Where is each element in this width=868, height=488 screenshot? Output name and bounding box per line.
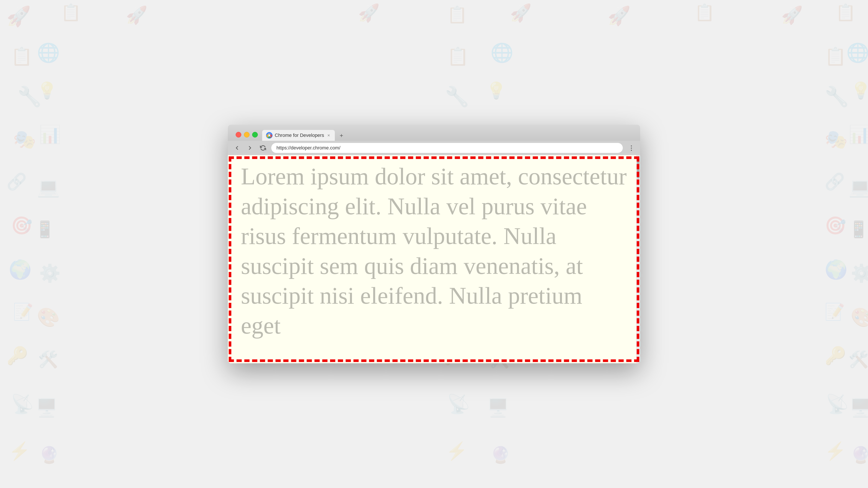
- menu-dots-icon: ⋮: [628, 144, 634, 152]
- bg-icon: 🔗: [6, 173, 27, 190]
- bg-icon: 🌍: [9, 260, 32, 279]
- bg-icon: 💡: [850, 83, 868, 99]
- bg-icon: ⚙️: [39, 265, 61, 282]
- bg-icon: 🖥️: [487, 399, 509, 416]
- svg-point-3: [269, 134, 270, 136]
- bg-icon: 📱: [35, 221, 55, 237]
- bg-icon: 🔮: [39, 447, 59, 463]
- bg-icon: ⚡: [446, 443, 468, 460]
- bg-icon: 📊: [39, 126, 61, 143]
- bg-icon: 🔗: [825, 173, 845, 190]
- bg-icon: 📊: [848, 126, 868, 143]
- browser-menu-button[interactable]: ⋮: [626, 143, 636, 153]
- lorem-ipsum-text: Lorem ipsum dolor sit amet, consectetur …: [228, 155, 640, 347]
- url-display: https://developer.chrome.com/: [276, 145, 618, 151]
- bg-icon: 🚀: [510, 4, 532, 22]
- maximize-button[interactable]: [252, 132, 258, 137]
- bg-icon: 📡: [826, 395, 849, 413]
- bg-icon: 📋: [447, 6, 467, 23]
- bg-icon: 🌐: [490, 43, 514, 62]
- web-content: Lorem ipsum dolor sit amet, consectetur …: [228, 155, 640, 363]
- reload-button[interactable]: [258, 143, 268, 153]
- bg-icon: 🚀: [126, 6, 148, 24]
- bg-icon: 🎭: [13, 130, 36, 149]
- bg-icon: 💡: [37, 83, 57, 99]
- traffic-lights: [236, 131, 258, 137]
- bg-icon: ⚙️: [850, 265, 868, 282]
- bg-icon: 🌐: [37, 43, 60, 62]
- bg-icon: 🌍: [825, 260, 847, 279]
- bg-icon: 🖥️: [849, 399, 868, 416]
- bg-icon: 💻: [37, 178, 60, 196]
- bg-icon: 📱: [848, 221, 868, 237]
- browser-window: Chrome for Developers ✕ +: [228, 125, 640, 363]
- bg-icon: 🎨: [850, 308, 868, 326]
- bg-icon: 🔑: [825, 347, 846, 364]
- bg-icon: ⚡: [9, 443, 30, 460]
- bg-icon: 🌐: [846, 43, 868, 62]
- new-tab-button[interactable]: +: [337, 131, 346, 140]
- tab-title: Chrome for Developers: [275, 132, 324, 138]
- bg-icon: ⚡: [825, 443, 846, 460]
- title-bar: Chrome for Developers ✕ +: [228, 125, 640, 141]
- bg-icon: 🔮: [490, 447, 511, 463]
- scrollbar[interactable]: [636, 155, 640, 363]
- bg-icon: 📝: [825, 304, 845, 320]
- bg-icon: 🚀: [6, 6, 31, 26]
- bg-icon: 📋: [11, 48, 33, 65]
- navigation-bar: https://developer.chrome.com/ ⋮: [228, 141, 640, 155]
- bg-icon: 🎯: [11, 217, 33, 234]
- active-tab[interactable]: Chrome for Developers ✕: [262, 130, 335, 141]
- bg-icon: 💻: [848, 178, 868, 196]
- forward-button[interactable]: [245, 143, 255, 153]
- minimize-button[interactable]: [244, 132, 250, 137]
- bg-icon: 🖥️: [36, 399, 58, 416]
- bg-icon: 📡: [11, 395, 34, 413]
- close-button[interactable]: [236, 132, 241, 137]
- tab-bar: Chrome for Developers ✕ +: [262, 130, 346, 141]
- bg-icon: 🔮: [850, 447, 868, 463]
- bg-icon: 🛠️: [848, 351, 868, 368]
- bg-icon: 🛠️: [38, 351, 58, 368]
- bg-icon: 🚀: [781, 6, 803, 24]
- bg-icon: 📋: [447, 48, 469, 65]
- chrome-favicon: [266, 132, 273, 139]
- tab-close-button[interactable]: ✕: [326, 133, 331, 138]
- bg-icon: 📋: [61, 4, 81, 21]
- bg-icon: 🎨: [37, 308, 60, 326]
- bg-icon: 🚀: [608, 6, 630, 25]
- scrollbar-thumb[interactable]: [637, 157, 640, 178]
- browser-wrapper: Chrome for Developers ✕ +: [228, 125, 640, 363]
- back-button[interactable]: [232, 143, 242, 153]
- bg-icon: 🔧: [445, 87, 469, 106]
- bg-icon: 📡: [447, 395, 470, 413]
- address-bar[interactable]: https://developer.chrome.com/: [271, 143, 623, 153]
- bg-icon: 🔑: [6, 347, 28, 364]
- bg-icon: 💡: [486, 83, 506, 99]
- bg-icon: 📋: [835, 4, 856, 21]
- bg-icon: 🎭: [825, 130, 847, 149]
- bg-icon: 🚀: [358, 4, 380, 22]
- bg-icon: 🔧: [825, 87, 849, 106]
- bg-icon: 📋: [694, 4, 715, 21]
- bg-icon: 📋: [825, 48, 846, 65]
- bg-icon: 📝: [13, 304, 33, 320]
- bg-icon: 🎯: [825, 217, 846, 234]
